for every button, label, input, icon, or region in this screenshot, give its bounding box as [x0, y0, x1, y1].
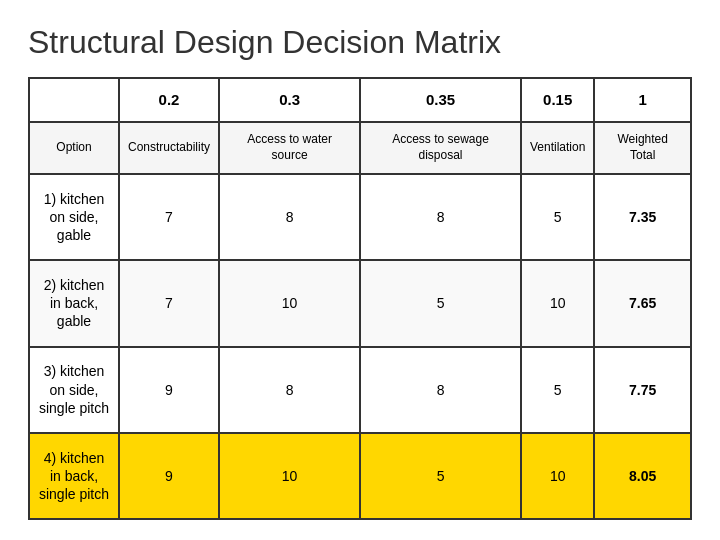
table-row: 1) kitchen on side, gable78857.35 [29, 174, 691, 260]
cell-ventilation: 10 [521, 433, 594, 519]
header-row: Option Constructability Access to water … [29, 122, 691, 174]
table-row: 2) kitchen in back, gable7105107.65 [29, 260, 691, 346]
cell-weighted: 7.65 [594, 260, 691, 346]
cell-option: 3) kitchen on side, single pitch [29, 347, 119, 433]
cell-water: 8 [219, 347, 360, 433]
header-option: Option [29, 122, 119, 174]
cell-weighted: 7.35 [594, 174, 691, 260]
weight-col3: 0.3 [219, 78, 360, 122]
page-title: Structural Design Decision Matrix [28, 24, 692, 61]
cell-sewage: 5 [360, 260, 521, 346]
cell-constructability: 9 [119, 433, 219, 519]
header-sewage: Access to sewage disposal [360, 122, 521, 174]
cell-constructability: 7 [119, 174, 219, 260]
cell-option: 4) kitchen in back, single pitch [29, 433, 119, 519]
header-ventilation: Ventilation [521, 122, 594, 174]
cell-sewage: 8 [360, 174, 521, 260]
cell-water: 10 [219, 260, 360, 346]
header-constructability: Constructability [119, 122, 219, 174]
cell-ventilation: 5 [521, 347, 594, 433]
header-weighted: Weighted Total [594, 122, 691, 174]
page: Structural Design Decision Matrix 0.2 0.… [0, 0, 720, 540]
cell-weighted: 7.75 [594, 347, 691, 433]
table-row: 3) kitchen on side, single pitch98857.75 [29, 347, 691, 433]
cell-sewage: 8 [360, 347, 521, 433]
table-row: 4) kitchen in back, single pitch9105108.… [29, 433, 691, 519]
cell-ventilation: 5 [521, 174, 594, 260]
cell-constructability: 7 [119, 260, 219, 346]
weight-row: 0.2 0.3 0.35 0.15 1 [29, 78, 691, 122]
weight-col6: 1 [594, 78, 691, 122]
cell-water: 8 [219, 174, 360, 260]
header-water: Access to water source [219, 122, 360, 174]
cell-constructability: 9 [119, 347, 219, 433]
cell-weighted: 8.05 [594, 433, 691, 519]
cell-sewage: 5 [360, 433, 521, 519]
weight-col2: 0.2 [119, 78, 219, 122]
decision-matrix: 0.2 0.3 0.35 0.15 1 Option Constructabil… [28, 77, 692, 520]
cell-option: 1) kitchen on side, gable [29, 174, 119, 260]
cell-ventilation: 10 [521, 260, 594, 346]
weight-col5: 0.15 [521, 78, 594, 122]
cell-water: 10 [219, 433, 360, 519]
weight-empty [29, 78, 119, 122]
weight-col4: 0.35 [360, 78, 521, 122]
cell-option: 2) kitchen in back, gable [29, 260, 119, 346]
